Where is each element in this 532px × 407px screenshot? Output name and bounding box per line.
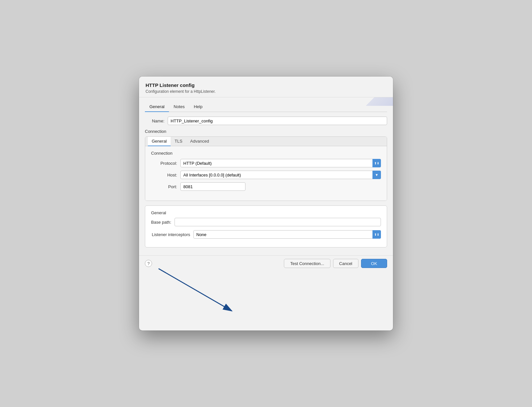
tab-general-inner[interactable]: General bbox=[148, 137, 171, 146]
inner-tabs: General TLS Advanced bbox=[145, 137, 387, 146]
listener-interceptors-label: Listener interceptors bbox=[151, 232, 193, 237]
name-label: Name: bbox=[145, 119, 168, 123]
tab-notes-outer[interactable]: Notes bbox=[169, 102, 189, 112]
dialog-footer: ? Test Connection... Cancel OK bbox=[139, 255, 393, 273]
connection-card: General TLS Advanced Connection Protocol… bbox=[145, 136, 387, 201]
dialog-header: HTTP Listener config Configuration eleme… bbox=[139, 77, 393, 97]
host-row: Host: All Interfaces [0.0.0.0] (default)… bbox=[151, 171, 381, 179]
name-input[interactable] bbox=[168, 117, 387, 125]
base-path-input[interactable] bbox=[175, 218, 381, 226]
listener-interceptors-select[interactable]: None bbox=[193, 230, 381, 239]
base-path-row: Base path: bbox=[151, 218, 381, 226]
test-connection-button[interactable]: Test Connection... bbox=[284, 259, 330, 268]
port-input[interactable] bbox=[180, 182, 245, 191]
port-label: Port: bbox=[151, 184, 180, 189]
help-button[interactable]: ? bbox=[145, 260, 152, 267]
connection-inner-label: Connection bbox=[151, 151, 381, 156]
svg-line-1 bbox=[159, 269, 232, 311]
dialog-subtitle: Configuration element for a HttpListener… bbox=[146, 89, 386, 94]
protocol-select[interactable]: HTTP (Default) bbox=[180, 159, 381, 167]
host-select-wrapper: All Interfaces [0.0.0.0] (default) ▼ bbox=[180, 171, 381, 179]
tab-tls-inner[interactable]: TLS bbox=[171, 137, 186, 146]
general-section-label: General bbox=[151, 210, 381, 215]
protocol-row: Protocol: HTTP (Default) ⬆⬇ bbox=[151, 159, 381, 167]
base-path-label: Base path: bbox=[151, 220, 175, 225]
http-listener-config-dialog: HTTP Listener config Configuration eleme… bbox=[139, 77, 393, 330]
protocol-label: Protocol: bbox=[151, 161, 180, 166]
inner-tab-content: Connection Protocol: HTTP (Default) ⬆⬇ bbox=[145, 146, 387, 201]
outer-tabs: General Notes Help bbox=[145, 102, 387, 112]
name-field-row: Name: bbox=[145, 117, 387, 125]
protocol-select-wrapper: HTTP (Default) ⬆⬇ bbox=[180, 159, 381, 167]
tab-help-outer[interactable]: Help bbox=[189, 102, 207, 112]
tab-general-outer[interactable]: General bbox=[145, 102, 169, 112]
listener-interceptors-select-wrapper: None ⬆⬇ bbox=[193, 230, 381, 239]
connection-section-label: Connection bbox=[145, 129, 387, 134]
listener-interceptors-row: Listener interceptors None ⬆⬇ bbox=[151, 230, 381, 239]
port-row: Port: bbox=[151, 182, 381, 191]
footer-left: ? bbox=[145, 260, 152, 267]
general-section: General Base path: Listener interceptors… bbox=[145, 205, 387, 247]
host-select[interactable]: All Interfaces [0.0.0.0] (default) bbox=[180, 171, 381, 179]
dialog-title: HTTP Listener config bbox=[146, 82, 386, 88]
host-label: Host: bbox=[151, 173, 180, 177]
dialog-body: General Notes Help Name: Connection Gene… bbox=[139, 97, 393, 255]
cancel-button[interactable]: Cancel bbox=[333, 259, 358, 268]
footer-right: Test Connection... Cancel OK bbox=[284, 259, 387, 268]
ok-button[interactable]: OK bbox=[361, 259, 387, 268]
tab-advanced-inner[interactable]: Advanced bbox=[186, 137, 213, 146]
